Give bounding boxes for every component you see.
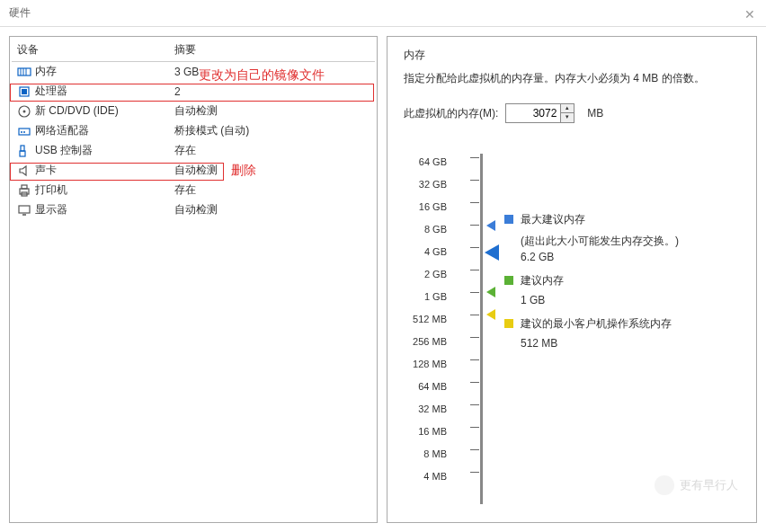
legend-max-label: 最大建议内存 — [521, 211, 585, 227]
table-row[interactable]: 网络适配器桥接模式 (自动) — [12, 121, 375, 141]
svg-rect-5 — [22, 89, 27, 94]
scale-label: 8 GB — [404, 217, 447, 240]
scale-label: 2 GB — [404, 262, 447, 285]
device-summary: 自动检测 — [169, 102, 375, 121]
max-marker-icon — [486, 220, 495, 231]
legend-max-note: (超出此大小可能发生内存交换。) — [521, 233, 740, 249]
scale-label: 4 MB — [404, 465, 447, 487]
current-marker-icon[interactable] — [485, 244, 499, 261]
scale-label: 32 MB — [404, 397, 447, 420]
memory-panel: 内存 指定分配给此虚拟机的内存量。内存大小必须为 4 MB 的倍数。 此虚拟机的… — [387, 36, 757, 523]
col-device[interactable]: 设备 — [12, 39, 169, 62]
spin-down-icon[interactable]: ▾ — [561, 113, 574, 122]
scale-label: 8 MB — [404, 442, 447, 465]
svg-rect-0 — [18, 68, 31, 75]
scale-label: 16 MB — [404, 420, 447, 442]
svg-rect-16 — [19, 206, 30, 213]
svg-point-7 — [23, 110, 26, 112]
table-row[interactable]: 打印机存在 — [12, 181, 375, 200]
device-list-panel: 设备 摘要 内存3 GB处理器2新 CD/DVD (IDE)自动检测网络适配器桥… — [9, 36, 378, 523]
scale-label: 128 MB — [404, 352, 447, 375]
scale-label: 32 GB — [404, 173, 447, 195]
scale-label: 4 GB — [404, 240, 447, 262]
wechat-icon — [655, 475, 674, 495]
close-icon[interactable]: ✕ — [744, 7, 755, 22]
memory-legend: 最大建议内存 (超出此大小可能发生内存交换。) 6.2 GB 建议内存 1 GB… — [504, 150, 740, 510]
device-name: 声卡 — [35, 163, 57, 178]
network-icon — [17, 124, 31, 138]
window-title: 硬件 — [9, 5, 31, 21]
device-summary: 2 — [169, 82, 375, 102]
device-name: 处理器 — [35, 84, 67, 99]
memory-field-label: 此虚拟机的内存(M): — [404, 106, 498, 121]
device-name: USB 控制器 — [35, 143, 93, 158]
svg-rect-11 — [21, 146, 24, 151]
titlebar: 硬件 ✕ — [0, 0, 766, 27]
scale-label: 1 GB — [404, 285, 447, 307]
table-row[interactable]: USB 控制器存在 — [12, 141, 375, 161]
scale-label: 64 GB — [404, 150, 447, 173]
legend-min-label: 建议的最小客户机操作系统内存 — [521, 315, 672, 332]
memory-icon — [17, 65, 31, 79]
cpu-icon — [17, 84, 31, 99]
memory-input[interactable] — [506, 104, 560, 122]
svg-point-10 — [23, 131, 25, 133]
legend-rec-value: 1 GB — [521, 294, 740, 306]
min-marker-icon — [486, 309, 495, 320]
svg-rect-14 — [22, 185, 27, 189]
square-icon — [504, 215, 513, 224]
scale-label: 16 GB — [404, 195, 447, 217]
spin-up-icon[interactable]: ▴ — [561, 104, 574, 113]
device-summary: 自动检测 — [169, 200, 375, 220]
svg-rect-12 — [20, 151, 25, 156]
device-summary: 存在 — [169, 181, 375, 200]
rec-marker-icon — [486, 287, 495, 297]
sound-icon — [17, 164, 31, 178]
device-table: 设备 摘要 内存3 GB处理器2新 CD/DVD (IDE)自动检测网络适配器桥… — [12, 39, 375, 220]
printer-icon — [17, 183, 31, 198]
square-icon — [504, 319, 513, 328]
device-name: 内存 — [35, 64, 57, 79]
memory-section-title: 内存 — [404, 48, 740, 63]
memory-slider[interactable] — [463, 150, 488, 510]
memory-spinner[interactable]: ▴ ▾ — [505, 103, 574, 123]
device-name: 网络适配器 — [35, 123, 89, 138]
table-row[interactable]: 显示器自动检测 — [12, 200, 375, 220]
table-row[interactable]: 处理器2 — [12, 82, 375, 102]
scale-label: 64 MB — [404, 375, 447, 397]
table-row[interactable]: 内存3 GB — [12, 62, 375, 82]
svg-point-9 — [21, 131, 22, 133]
device-summary: 桥接模式 (自动) — [169, 121, 375, 141]
watermark: 更有早行人 — [655, 475, 738, 495]
device-name: 显示器 — [35, 202, 67, 217]
table-row[interactable]: 声卡自动检测 — [12, 161, 375, 181]
scale-label: 256 MB — [404, 330, 447, 352]
device-summary: 自动检测 — [169, 161, 375, 181]
device-name: 打印机 — [35, 182, 67, 198]
usb-icon — [17, 144, 31, 158]
legend-rec-label: 建议内存 — [521, 272, 564, 288]
device-name: 新 CD/DVD (IDE) — [35, 103, 119, 119]
table-row[interactable]: 新 CD/DVD (IDE)自动检测 — [12, 102, 375, 121]
memory-scale-labels: 64 GB32 GB16 GB8 GB4 GB2 GB1 GB512 MB256… — [404, 150, 447, 510]
legend-min-value: 512 MB — [521, 337, 740, 350]
device-summary: 3 GB — [169, 62, 375, 82]
scale-label: 512 MB — [404, 307, 447, 330]
legend-max-value: 6.2 GB — [521, 251, 740, 263]
memory-unit: MB — [587, 107, 603, 120]
memory-description: 指定分配给此虚拟机的内存量。内存大小必须为 4 MB 的倍数。 — [404, 70, 740, 87]
display-icon — [17, 203, 31, 217]
square-icon — [504, 276, 513, 285]
col-summary[interactable]: 摘要 — [169, 39, 375, 62]
device-summary: 存在 — [169, 141, 375, 161]
cd-icon — [17, 104, 31, 119]
